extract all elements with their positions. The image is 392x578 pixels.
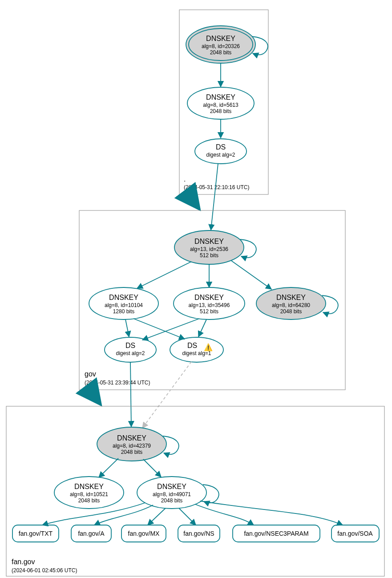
edge-k3-mx (148, 508, 166, 525)
fan-k3-l2: 2048 bits (161, 497, 183, 504)
edge-gov-k3-ds2 (198, 319, 206, 337)
edge-gov-ksk-k4 (231, 261, 271, 289)
edge-k3-a (94, 505, 153, 525)
gov-k4-l2: 2048 bits (280, 308, 302, 315)
root-zsk-title: DNSKEY (206, 93, 235, 101)
gov-k3-title: DNSKEY (194, 294, 224, 301)
node-gov-ds2 (170, 337, 223, 362)
svg-text:fan.gov/NSEC3PARAM: fan.gov/NSEC3PARAM (244, 530, 308, 537)
edge-k3-ns (179, 508, 196, 525)
edge-fan-ksk-k2 (99, 458, 118, 477)
node-gov-ds1 (105, 337, 156, 362)
fan-k3-title: DNSKEY (157, 483, 186, 490)
fan-ksk-title: DNSKEY (117, 434, 146, 442)
root-zsk-l1: alg=8, id=5613 (203, 102, 238, 108)
root-ds-title: DS (216, 143, 226, 151)
node-root-ds (195, 139, 247, 164)
edge-fan-ksk-k3 (143, 459, 161, 477)
fan-ksk-l2: 2048 bits (121, 449, 143, 455)
root-zsk-l2: 2048 bits (210, 108, 232, 114)
zone-fan-label: fan.gov (12, 558, 35, 566)
edge-gov-ksk-k2 (137, 262, 191, 288)
record-nsec3param: fan.gov/NSEC3PARAM (233, 525, 320, 542)
fan-ksk-l1: alg=8, id=42379 (113, 443, 151, 449)
edge-root-ds-gov-ksk (211, 164, 218, 230)
gov-k4-title: DNSKEY (276, 294, 306, 301)
root-ksk-l2: 2048 bits (210, 49, 232, 56)
gov-ds2-l1: digest alg=1 (182, 350, 211, 356)
record-mx: fan.gov/MX (121, 525, 166, 542)
edge-gov-k3-ds1 (142, 319, 199, 340)
gov-ds2-title: DS (187, 342, 197, 349)
root-ds-l1: digest alg=2 (206, 152, 235, 158)
svg-text:fan.gov/NS: fan.gov/NS (183, 530, 214, 537)
edge-gov-ds2-fan-ksk (142, 362, 191, 428)
edge-gov-k2-ds1 (125, 319, 129, 337)
svg-text:fan.gov/A: fan.gov/A (78, 530, 105, 537)
gov-ksk-l1: alg=13, id=2536 (190, 246, 228, 252)
edge-gov-to-fan-thick (89, 390, 101, 404)
record-soa: fan.gov/SOA (331, 525, 379, 542)
zone-root-label: . (184, 175, 186, 183)
svg-text:fan.gov/TXT: fan.gov/TXT (19, 530, 53, 537)
record-txt: fan.gov/TXT (12, 525, 59, 542)
root-ksk-l1: alg=8, id=20326 (202, 43, 240, 49)
fan-k2-l2: 2048 bits (78, 497, 100, 504)
zone-gov-label: gov (85, 370, 96, 378)
fan-k3-l1: alg=8, id=49071 (153, 491, 191, 497)
fan-k2-l1: alg=8, id=10521 (70, 491, 108, 497)
zone-gov-ts: (2024-05-31 23:39:44 UTC) (85, 380, 150, 386)
svg-text:fan.gov/MX: fan.gov/MX (128, 530, 160, 537)
gov-ksk-title: DNSKEY (194, 238, 224, 245)
edge-gov-ds1-fan-ksk (130, 362, 131, 427)
record-a: fan.gov/A (71, 525, 111, 542)
svg-text:fan.gov/SOA: fan.gov/SOA (337, 530, 373, 537)
gov-k3-l2: 512 bits (200, 308, 218, 315)
record-ns: fan.gov/NS (178, 525, 220, 542)
gov-ds1-title: DS (125, 342, 135, 349)
gov-ds1-l1: digest alg=2 (116, 350, 145, 356)
gov-k3-l1: alg=13, id=35496 (189, 302, 230, 308)
gov-k2-title: DNSKEY (109, 294, 138, 301)
gov-k4-l1: alg=8, id=64280 (272, 302, 310, 308)
zone-fan-ts: (2024-06-01 02:45:06 UTC) (12, 567, 77, 574)
gov-k2-l1: alg=8, id=10104 (105, 302, 143, 308)
gov-ksk-l2: 512 bits (200, 252, 218, 259)
fan-k2-title: DNSKEY (74, 483, 104, 490)
zone-root-ts: (2024-05-31 22:10:16 UTC) (184, 184, 249, 190)
edge-gov-k2-ds2 (133, 319, 185, 339)
root-ksk-title: DNSKEY (206, 35, 235, 42)
gov-k2-l2: 1280 bits (113, 308, 135, 315)
edge-root-to-gov-thick (188, 194, 199, 209)
